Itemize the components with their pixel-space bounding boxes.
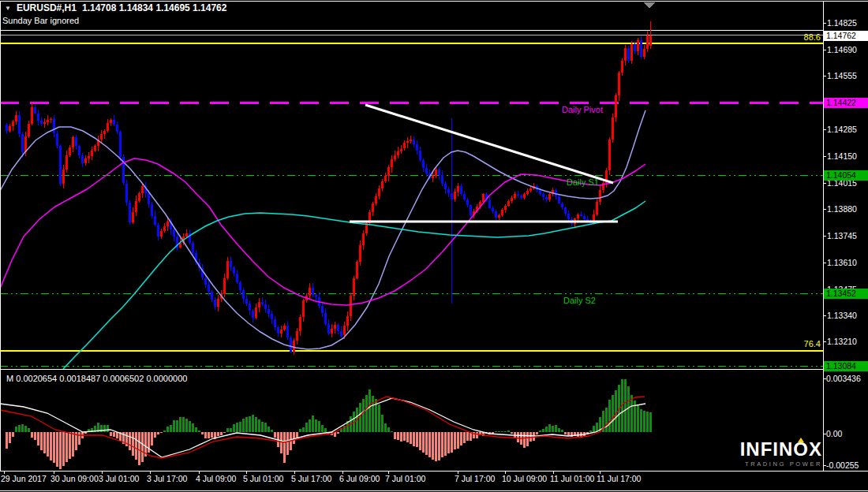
time-axis-label: 3 Jul 01:00 bbox=[99, 474, 139, 483]
macd-histogram-bar bbox=[548, 424, 551, 432]
candle-body bbox=[482, 194, 485, 201]
candle-body bbox=[59, 146, 62, 184]
candle-body bbox=[542, 194, 544, 197]
candle-body bbox=[107, 123, 109, 130]
candle-body bbox=[129, 203, 131, 222]
macd-histogram-bar bbox=[416, 432, 418, 447]
candle-body bbox=[640, 40, 642, 56]
macd-histogram-bar bbox=[372, 396, 374, 432]
candle bbox=[122, 155, 125, 186]
macd-histogram-bar bbox=[561, 430, 563, 432]
candle-body bbox=[271, 314, 273, 319]
macd-histogram-bar bbox=[173, 420, 175, 432]
candle-body bbox=[561, 203, 563, 208]
macd-histogram-bar bbox=[403, 432, 406, 441]
candle-body bbox=[346, 316, 349, 326]
candle bbox=[612, 114, 614, 143]
macd-histogram-bar bbox=[154, 432, 156, 438]
candle-body bbox=[596, 202, 598, 214]
candle-body bbox=[268, 309, 270, 314]
candle-body bbox=[615, 95, 617, 117]
candle-body bbox=[624, 48, 627, 61]
macd-histogram-bar bbox=[34, 432, 36, 440]
macd-histogram-bar bbox=[43, 432, 46, 453]
macd-histogram-bar bbox=[523, 432, 526, 448]
candle-body bbox=[470, 205, 472, 215]
candle-body bbox=[646, 35, 649, 49]
candle-body bbox=[422, 160, 425, 169]
macd-histogram-bar bbox=[53, 432, 55, 463]
time-axis-label: 7 Jul 17:00 bbox=[455, 474, 495, 483]
candle-body bbox=[261, 302, 264, 304]
macd-histogram-bar bbox=[226, 428, 229, 432]
candle-body bbox=[321, 306, 324, 312]
macd-histogram-bar bbox=[103, 425, 106, 432]
macd-histogram-bar bbox=[176, 420, 178, 432]
macd-histogram-bar bbox=[160, 432, 163, 433]
candle-body bbox=[226, 261, 229, 278]
candle-body bbox=[501, 210, 503, 215]
candle-body bbox=[223, 278, 226, 294]
candle-body bbox=[283, 326, 286, 330]
candle-body bbox=[580, 214, 582, 215]
candle-body bbox=[47, 120, 49, 122]
chart-title-bar: ▼ EURUSD#,H1 1.14708 1.14834 1.14695 1.1… bbox=[5, 2, 226, 13]
time-axis-label: 4 Jul 09:00 bbox=[196, 474, 236, 483]
macd-histogram-bar bbox=[245, 417, 248, 432]
candle-body bbox=[602, 183, 604, 190]
macd-histogram-bar bbox=[116, 432, 118, 438]
candle-body bbox=[94, 146, 96, 151]
mt4-chart-window: ▼ EURUSD#,H1 1.14708 1.14834 1.14695 1.1… bbox=[0, 0, 868, 492]
macd-histogram-bar bbox=[302, 427, 305, 432]
candle-body bbox=[148, 193, 150, 203]
macd-histogram-bar bbox=[6, 432, 8, 449]
candle-body bbox=[236, 274, 238, 282]
candle-body bbox=[91, 151, 93, 156]
macd-histogram-bar bbox=[47, 432, 49, 457]
candle-body bbox=[498, 215, 500, 218]
candle-body bbox=[100, 134, 103, 140]
macd-histogram-bar bbox=[148, 432, 150, 453]
macd-histogram-bar bbox=[567, 432, 570, 435]
macd-histogram-bar bbox=[413, 432, 415, 446]
macd-histogram-bar bbox=[50, 432, 52, 460]
macd-histogram-bar bbox=[312, 416, 314, 432]
candle-body bbox=[258, 302, 260, 308]
candle-body bbox=[466, 199, 469, 205]
macd-histogram-bar bbox=[62, 432, 65, 466]
candle-body bbox=[274, 319, 276, 327]
candle-body bbox=[375, 196, 377, 203]
symbol-dropdown-arrow-icon[interactable]: ▼ bbox=[5, 5, 11, 12]
macd-histogram-bar bbox=[394, 432, 396, 439]
macd-histogram-bar bbox=[410, 432, 412, 444]
candlestick-chart-canvas[interactable] bbox=[0, 0, 868, 492]
macd-histogram-bar bbox=[72, 432, 74, 457]
candle-body bbox=[56, 133, 58, 146]
macd-histogram-bar bbox=[381, 415, 383, 432]
macd-histogram-bar bbox=[242, 419, 245, 432]
time-axis-label: 10 Jul 09:00 bbox=[502, 474, 547, 483]
candle-body bbox=[189, 233, 191, 244]
candle-body bbox=[586, 219, 589, 221]
macd-histogram-bar bbox=[223, 432, 226, 433]
macd-histogram-bar bbox=[428, 432, 431, 457]
candle-body bbox=[113, 120, 115, 124]
macd-histogram-bar bbox=[283, 432, 286, 463]
macd-histogram-bar bbox=[69, 432, 71, 459]
candle-body bbox=[378, 188, 380, 196]
candle-body bbox=[627, 48, 630, 61]
candle-body bbox=[110, 120, 112, 123]
macd-histogram-bar bbox=[504, 431, 507, 432]
candle-body bbox=[583, 216, 586, 219]
candle-body bbox=[43, 122, 46, 124]
candle-body bbox=[24, 136, 27, 153]
macd-histogram-bar bbox=[441, 432, 443, 457]
candle-body bbox=[334, 325, 336, 329]
macd-histogram-bar bbox=[299, 429, 301, 432]
candle bbox=[356, 260, 358, 280]
candle-body bbox=[454, 192, 456, 199]
macd-histogram-bar bbox=[15, 427, 17, 432]
candle-body bbox=[9, 126, 11, 131]
candle-body bbox=[173, 229, 175, 237]
candle-body bbox=[451, 193, 453, 199]
